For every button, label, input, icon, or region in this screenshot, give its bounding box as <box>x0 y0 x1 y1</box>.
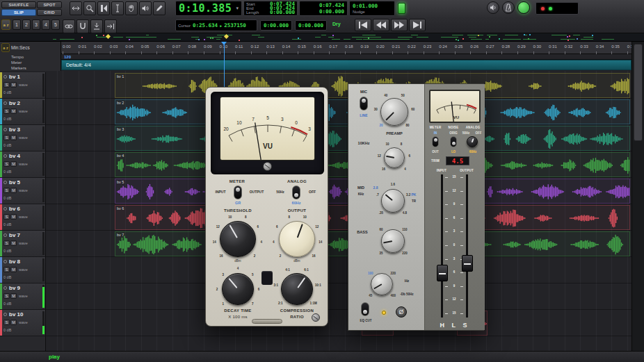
edit-mode-grid[interactable]: GRID <box>37 9 62 16</box>
solo-button[interactable]: S <box>3 161 10 167</box>
track-header[interactable]: bv 5SMwave0 dB <box>0 178 46 204</box>
mute-button[interactable]: M <box>10 188 17 193</box>
link-timeline-edit-button[interactable] <box>63 19 75 33</box>
eq-cut-switch[interactable] <box>361 302 369 316</box>
solo-button[interactable]: S <box>3 214 10 220</box>
track-lane[interactable]: bv 7 <box>46 231 631 257</box>
tempo-marker[interactable]: 120 <box>64 55 71 59</box>
rewind-button[interactable] <box>373 19 389 31</box>
pencil-tool-button[interactable] <box>153 1 166 15</box>
meter-source-switch[interactable] <box>234 186 242 199</box>
track-lane[interactable] <box>46 257 631 283</box>
secondary-counter[interactable]: 0:07.424 0:00.000 <box>299 1 348 16</box>
zoom-toggle-button[interactable] <box>70 1 82 15</box>
meter-in-out-switch[interactable] <box>432 136 439 147</box>
memory-location-5[interactable]: 5 <box>51 19 60 30</box>
record-enable-button[interactable] <box>3 313 7 316</box>
track-volume-value[interactable]: 0 dB <box>3 117 11 121</box>
track-header[interactable]: bv 6SMwave0 dB <box>0 204 46 231</box>
record-enable-button[interactable] <box>3 233 7 237</box>
mute-button[interactable]: M <box>10 214 17 220</box>
edit-selection-fields[interactable]: Start0:07.424 End0:07.424 Length0:00.000 <box>243 1 298 16</box>
track-lane[interactable]: bv 3 <box>46 125 631 151</box>
input-fader-track[interactable] <box>441 174 443 318</box>
solo-button[interactable]: S <box>3 82 10 88</box>
track-name[interactable]: bv 8 <box>9 258 20 265</box>
playlist-selector[interactable]: wave <box>19 188 28 192</box>
mute-button[interactable]: M <box>10 161 17 167</box>
meter-ruler-label[interactable]: Meter <box>11 60 22 65</box>
session-overview-strip[interactable] <box>0 33 644 42</box>
tempo-ruler[interactable]: 120 <box>61 54 631 60</box>
selector-tool-button[interactable] <box>111 1 124 15</box>
mute-button[interactable]: M <box>10 293 17 299</box>
output-knob[interactable] <box>279 221 315 257</box>
record-enable-button[interactable] <box>3 154 7 158</box>
track-name[interactable]: bv 6 <box>9 206 20 212</box>
track-header[interactable]: bv 7SMwave0 dB <box>0 231 46 257</box>
memory-location-1[interactable]: 1 <box>13 19 21 30</box>
track-volume-value[interactable]: 0 dB <box>3 302 11 306</box>
mic-line-switch[interactable] <box>360 97 368 110</box>
input-fader-handle[interactable] <box>437 265 448 281</box>
track-header[interactable]: bv 9SMwave0 dB <box>0 283 46 310</box>
pre-roll-field[interactable]: 0:00.000 <box>260 20 292 31</box>
compression-ratio-knob[interactable] <box>281 273 313 305</box>
scrubber-tool-button[interactable] <box>139 1 152 15</box>
midi-merge-button[interactable] <box>517 1 530 14</box>
track-lane[interactable]: bv 4 <box>46 151 631 178</box>
track-header[interactable]: bv 8SMwave0 dB <box>0 257 46 283</box>
main-counter[interactable]: 0:10.385 ▾ <box>175 1 242 16</box>
record-enable-button[interactable] <box>3 286 7 290</box>
mute-button[interactable]: M <box>10 135 17 140</box>
metronome-button[interactable] <box>502 1 515 14</box>
output-fader-handle[interactable] <box>462 255 473 272</box>
solo-button[interactable]: S <box>3 135 10 140</box>
bass-band-knob[interactable] <box>381 229 405 253</box>
tempo-ruler-label[interactable]: Tempo <box>11 55 24 59</box>
zoomer-tool-button[interactable] <box>83 1 96 15</box>
markers-ruler-label[interactable]: Markers <box>11 66 26 70</box>
playlist-selector[interactable]: wave <box>19 241 28 245</box>
green-indicator-button[interactable] <box>398 3 405 14</box>
solo-button[interactable]: S <box>3 108 10 114</box>
phase-invert-button[interactable]: Ø <box>396 306 407 318</box>
memory-location-3[interactable]: 3 <box>32 19 40 30</box>
track-header[interactable]: bv 3SMwave0 dB <box>0 125 46 151</box>
track-name[interactable]: bv 2 <box>9 100 20 106</box>
track-volume-value[interactable]: 0 dB <box>3 249 11 253</box>
playlist-selector[interactable]: wave <box>19 109 28 113</box>
track-volume-value[interactable]: 0 dB <box>3 328 11 332</box>
record-enable-button[interactable] <box>3 101 7 105</box>
record-enable-button[interactable] <box>3 75 7 79</box>
playlist-selector[interactable]: wave <box>19 135 28 140</box>
return-to-start-button[interactable] <box>355 19 371 31</box>
edit-mode-shuffle[interactable]: SHUFFLE <box>1 1 36 8</box>
meter-ruler[interactable]: Default: 4/4 <box>61 60 631 70</box>
record-enable-button[interactable] <box>3 128 7 131</box>
length-value[interactable]: 0:00.000 <box>270 10 295 15</box>
hpf-knob[interactable] <box>371 273 393 295</box>
playlist-selector[interactable]: wave <box>19 294 28 298</box>
go-to-end-button[interactable] <box>409 19 426 31</box>
solo-button[interactable]: S <box>3 188 10 193</box>
memory-location-2[interactable]: 2 <box>22 19 31 30</box>
track-header[interactable]: bv 10SMwave0 dB <box>0 310 46 336</box>
timeline-ruler[interactable]: a z Min:Secs 0:000:010:020:030:040:050:0… <box>0 42 644 54</box>
track-header[interactable]: bv 2SMwave0 dB <box>0 99 46 125</box>
post-roll-field[interactable]: 0:00.000 <box>295 20 327 31</box>
output-monitor-button[interactable] <box>487 1 499 14</box>
track-volume-value[interactable]: 0 dB <box>3 196 11 200</box>
edit-mode-spot[interactable]: SPOT <box>37 1 62 8</box>
record-enable-button[interactable] <box>3 207 7 211</box>
solo-button[interactable]: S <box>3 293 10 299</box>
timebase-label[interactable]: Min:Secs <box>11 45 30 50</box>
vertical-scrollbar[interactable] <box>631 42 644 351</box>
mute-button[interactable]: M <box>10 108 17 114</box>
solo-button[interactable]: S <box>3 320 10 325</box>
threshold-knob[interactable] <box>220 221 256 257</box>
track-lane[interactable]: bv 1 <box>46 72 631 99</box>
track-name[interactable]: bv 9 <box>9 285 20 291</box>
playlist-selector[interactable]: wave <box>19 268 28 272</box>
track-name[interactable]: bv 4 <box>9 153 20 159</box>
